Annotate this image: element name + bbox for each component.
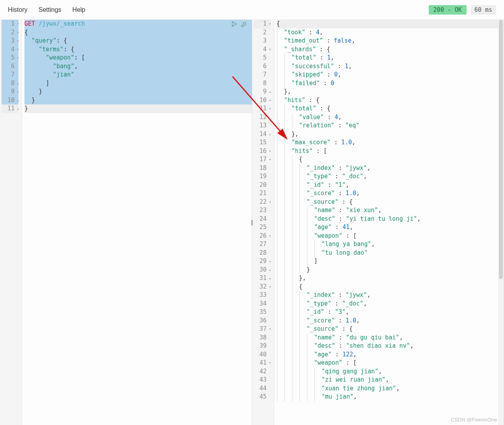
code-line[interactable]: },	[277, 274, 504, 283]
line-number[interactable]: 9▴	[2, 88, 19, 96]
line-number[interactable]: 30▴	[254, 266, 271, 274]
scrollbar-thumb[interactable]	[499, 20, 503, 279]
line-number[interactable]: 31▴	[254, 274, 271, 283]
request-editor[interactable]: 1▾2▾3▾4▾5▾678▴9▴10▴11▴ GET /jywx/_search…	[0, 20, 252, 425]
line-number[interactable]: 36	[254, 317, 271, 325]
line-number[interactable]: 41▾	[254, 359, 271, 367]
line-number[interactable]: 37▾	[254, 325, 271, 334]
code-line[interactable]: "took" : 4,	[277, 28, 504, 37]
request-code[interactable]: GET /jywx/_search{ "query": { "terms": {…	[22, 20, 252, 425]
line-number[interactable]: 34	[254, 300, 271, 308]
code-line[interactable]: "max_score" : 1.0,	[277, 138, 504, 147]
code-line[interactable]: "name" : "xie xun",	[277, 206, 504, 215]
line-number[interactable]: 25	[254, 223, 271, 232]
line-number[interactable]: 32▾	[254, 283, 271, 291]
code-line[interactable]: },	[277, 130, 504, 139]
menu-settings[interactable]: Settings	[39, 6, 61, 13]
code-line[interactable]: "qing gang jian",	[277, 367, 504, 376]
line-number[interactable]: 42	[254, 367, 271, 376]
code-line[interactable]: "_score" : 1.0,	[277, 317, 504, 325]
line-number[interactable]: 10▴	[2, 96, 19, 105]
code-line[interactable]: "weapon": [	[24, 54, 252, 62]
line-number[interactable]: 6	[2, 62, 19, 71]
code-line[interactable]: "lang ya bang",	[277, 240, 504, 249]
code-line[interactable]: "query": {	[24, 37, 252, 45]
line-number[interactable]: 33	[254, 291, 271, 300]
line-number[interactable]: 6	[254, 62, 271, 71]
code-line[interactable]: "failed" : 0	[277, 79, 504, 88]
code-line[interactable]: }	[24, 96, 252, 105]
code-line[interactable]: "_id" : "1",	[277, 181, 504, 190]
line-number[interactable]: 24	[254, 215, 271, 224]
line-number[interactable]: 5	[254, 54, 271, 62]
line-number[interactable]: 7	[254, 71, 271, 79]
code-line[interactable]: "age" : 122,	[277, 350, 504, 359]
line-number[interactable]: 16▾	[254, 147, 271, 156]
line-number[interactable]: 4▾	[2, 45, 19, 54]
response-scrollbar[interactable]	[498, 20, 504, 425]
line-number[interactable]: 29▴	[254, 257, 271, 266]
code-line[interactable]: "weapon" : [	[277, 232, 504, 240]
code-line[interactable]: ]	[277, 257, 504, 266]
code-line[interactable]: {	[24, 28, 252, 37]
code-line[interactable]: "value" : 4,	[277, 113, 504, 122]
line-number[interactable]: 14▴	[254, 130, 271, 139]
code-line[interactable]: },	[277, 88, 504, 96]
code-line[interactable]: "zi wei ruan jian",	[277, 376, 504, 384]
line-number[interactable]: 27	[254, 240, 271, 249]
code-line[interactable]: "tu long dao"	[277, 249, 504, 257]
line-number[interactable]: 21	[254, 189, 271, 198]
line-number[interactable]: 45	[254, 393, 271, 401]
line-number[interactable]: 1▾	[2, 20, 19, 28]
line-number[interactable]: 2	[254, 28, 271, 37]
code-line[interactable]: "_index" : "jywx",	[277, 164, 504, 173]
code-line[interactable]: "_source" : {	[277, 198, 504, 207]
line-number[interactable]: 7	[2, 71, 19, 79]
code-line[interactable]: {	[277, 155, 504, 164]
code-line[interactable]: "xuan tie zhong jian",	[277, 384, 504, 393]
code-line[interactable]: {	[277, 20, 504, 28]
code-line[interactable]: "total" : {	[277, 104, 504, 113]
code-line[interactable]: "_type" : "_doc",	[277, 172, 504, 181]
line-number[interactable]: 8▴	[2, 79, 19, 88]
line-number[interactable]: 22▾	[254, 198, 271, 207]
code-line[interactable]: {	[277, 283, 504, 291]
line-number[interactable]: 2▾	[2, 28, 19, 37]
splitter-handle[interactable]: ‖	[251, 219, 253, 226]
line-number[interactable]: 10▾	[254, 96, 271, 105]
line-number[interactable]: 38	[254, 334, 271, 342]
code-line[interactable]: "hits" : {	[277, 96, 504, 105]
line-number[interactable]: 8	[254, 79, 271, 88]
menu-help[interactable]: Help	[73, 6, 86, 13]
code-line[interactable]: "desc" : "shen diao xia nv",	[277, 342, 504, 350]
line-number[interactable]: 15	[254, 138, 271, 147]
code-line[interactable]: GET /jywx/_search	[24, 20, 252, 28]
line-number[interactable]: 40	[254, 350, 271, 359]
code-line[interactable]: }	[277, 266, 504, 274]
run-icon[interactable]	[231, 21, 238, 29]
response-editor[interactable]: 1▾234▾56789▴10▾11▾121314▴1516▾17▾1819202…	[252, 20, 504, 425]
line-number[interactable]: 26▾	[254, 232, 271, 240]
line-number[interactable]: 1▾	[254, 20, 271, 28]
code-line[interactable]: "mu jian",	[277, 393, 504, 401]
code-line[interactable]: "_type" : "_doc",	[277, 300, 504, 308]
code-line[interactable]: "age" : 41,	[277, 223, 504, 232]
line-number[interactable]: 18	[254, 164, 271, 173]
code-line[interactable]: "_shards" : {	[277, 45, 504, 54]
request-gutter[interactable]: 1▾2▾3▾4▾5▾678▴9▴10▴11▴	[0, 20, 22, 425]
code-line[interactable]: "desc" : "yi tian tu long ji",	[277, 215, 504, 224]
code-line[interactable]: "relation" : "eq"	[277, 121, 504, 130]
line-number[interactable]: 5▾	[2, 54, 19, 62]
line-number[interactable]: 12	[254, 113, 271, 122]
menu-history[interactable]: History	[8, 6, 28, 13]
code-line[interactable]: "total" : 1,	[277, 54, 504, 62]
code-line[interactable]: "timed_out" : false,	[277, 37, 504, 45]
code-line[interactable]: "terms": {	[24, 45, 252, 54]
line-number[interactable]: 13	[254, 121, 271, 130]
code-line[interactable]: "_score" : 1.0,	[277, 189, 504, 198]
line-number[interactable]: 39	[254, 342, 271, 350]
line-number[interactable]: 35	[254, 308, 271, 317]
line-number[interactable]: 11▾	[254, 104, 271, 113]
code-line[interactable]: "_id" : "3",	[277, 308, 504, 317]
code-line[interactable]: }	[24, 88, 252, 96]
